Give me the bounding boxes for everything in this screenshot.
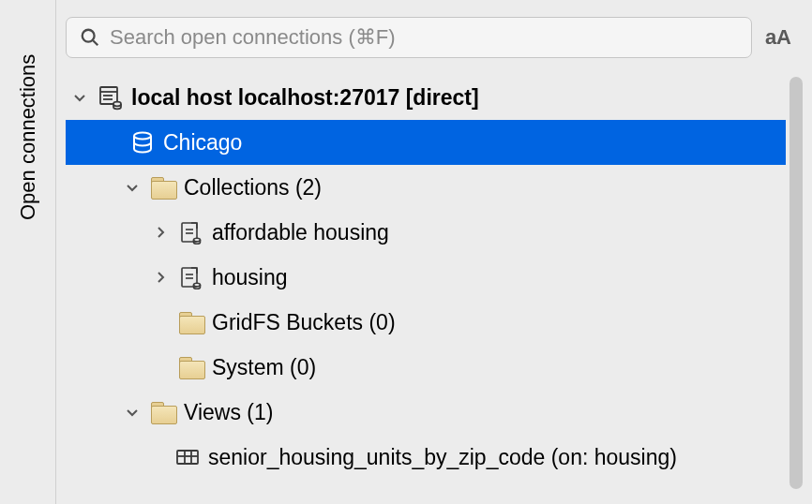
sidebar-tab[interactable]: Open connections <box>0 0 56 504</box>
tree-node-collections[interactable]: Collections (2) <box>66 165 782 210</box>
search-row: aA <box>66 17 797 58</box>
chevron-down-icon[interactable] <box>122 402 143 422</box>
svg-rect-16 <box>177 451 198 464</box>
folder-icon <box>150 399 176 425</box>
svg-point-7 <box>134 133 151 140</box>
tree-node-system[interactable]: System (0) <box>66 345 782 390</box>
collection-label: affordable housing <box>212 220 389 245</box>
tree-node-view[interactable]: senior_housing_units_by_zip_code (on: ho… <box>66 435 782 480</box>
connection-label: local host localhost:27017 [direct] <box>131 85 479 111</box>
svg-point-0 <box>83 30 95 42</box>
svg-point-15 <box>194 283 201 287</box>
tree-node-gridfs[interactable]: GridFS Buckets (0) <box>66 300 782 345</box>
folder-icon <box>178 354 204 380</box>
chevron-down-icon[interactable] <box>94 132 122 153</box>
chevron-right-icon[interactable] <box>150 222 171 243</box>
search-box[interactable] <box>66 17 752 58</box>
main-panel: aA local h <box>56 0 812 504</box>
tree-node-connection[interactable]: local host localhost:27017 [direct] <box>66 75 782 120</box>
search-icon <box>80 27 100 48</box>
tree-node-collection[interactable]: housing <box>66 255 782 300</box>
chevron-down-icon[interactable] <box>122 177 143 198</box>
system-label: System (0) <box>212 355 316 380</box>
svg-point-11 <box>194 238 201 242</box>
scrollbar[interactable] <box>789 77 803 489</box>
folder-icon <box>178 309 204 335</box>
view-label: senior_housing_units_by_zip_code (on: ho… <box>208 445 677 470</box>
sidebar-tab-label: Open connections <box>16 23 40 220</box>
tree-node-database[interactable]: Chicago <box>66 120 786 165</box>
view-icon <box>174 444 201 470</box>
tree-area: local host localhost:27017 [direct] Chic… <box>66 75 804 504</box>
svg-point-6 <box>113 102 121 107</box>
collection-icon <box>178 264 204 290</box>
collection-icon <box>178 219 204 245</box>
svg-line-1 <box>93 40 98 45</box>
folder-icon <box>150 174 176 200</box>
search-input[interactable] <box>110 25 738 50</box>
case-toggle-button[interactable]: aA <box>759 22 797 53</box>
server-icon <box>98 84 124 111</box>
collection-label: housing <box>212 265 288 290</box>
gridfs-label: GridFS Buckets (0) <box>212 310 396 335</box>
chevron-down-icon[interactable] <box>69 87 90 108</box>
collections-label: Collections (2) <box>184 175 322 200</box>
database-icon <box>129 129 156 156</box>
database-label: Chicago <box>163 130 242 156</box>
views-label: Views (1) <box>184 400 273 425</box>
tree-node-views[interactable]: Views (1) <box>66 390 782 435</box>
connections-tree: local host localhost:27017 [direct] Chic… <box>66 75 804 480</box>
chevron-right-icon[interactable] <box>150 267 171 288</box>
tree-node-collection[interactable]: affordable housing <box>66 210 782 255</box>
